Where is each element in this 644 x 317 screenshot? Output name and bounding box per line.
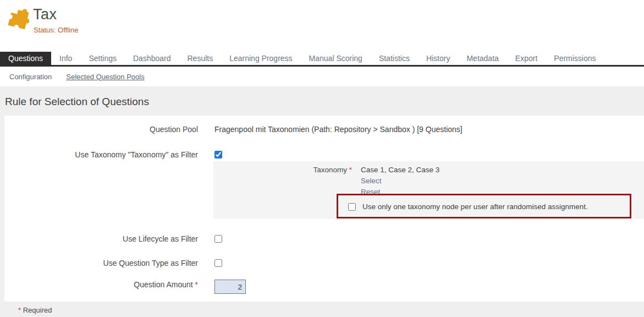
taxonomy-selected-nodes: Case 1, Case 2, Case 3: [361, 165, 439, 176]
tab-results[interactable]: Results: [179, 52, 222, 65]
taxonomy-subpanel: Taxonomy * Case 1, Case 2, Case 3 Select…: [213, 161, 644, 219]
taxonomy-select-link[interactable]: Select: [361, 176, 439, 187]
required-asterisk: *: [349, 166, 352, 174]
tab-permissions[interactable]: Permissions: [546, 52, 604, 65]
question-amount-row: Question Amount *: [4, 280, 644, 294]
taxonomy-reset-link[interactable]: Reset: [361, 187, 439, 198]
tab-info[interactable]: Info: [51, 52, 80, 65]
tab-bar: Questions Info Settings Dashboard Result…: [0, 52, 644, 67]
object-header: Tax Status: Offline: [0, 0, 644, 52]
taxonomy-label: Taxonomy *: [213, 165, 352, 176]
tab-metadata[interactable]: Metadata: [458, 52, 507, 65]
single-node-option-row: Use only one taxonomy node per user afte…: [348, 201, 644, 212]
form-panel: Question Pool Fragenpool mit Taxonomien …: [4, 116, 644, 302]
puzzle-icon: [7, 7, 31, 31]
taxonomy-filter-checkbox[interactable]: [214, 151, 222, 158]
question-type-filter-checkbox[interactable]: [214, 259, 222, 267]
required-asterisk: *: [18, 306, 21, 314]
content-area: Rule for Selection of Questions Question…: [0, 86, 644, 317]
taxonomy-filter-label: Use Taxonomy "Taxonomy" as Filter: [4, 150, 198, 160]
question-type-filter-label: Use Question Type as Filter: [4, 258, 198, 269]
form-title: Rule for Selection of Questions: [0, 86, 644, 116]
tab-learning-progress[interactable]: Learning Progress: [221, 52, 300, 65]
tab-export[interactable]: Export: [507, 52, 546, 65]
lifecycle-filter-row: Use Lifecycle as Filter: [4, 234, 644, 245]
required-note: * Required: [0, 302, 644, 314]
single-node-option-label: Use only one taxonomy node per user afte…: [362, 201, 588, 212]
single-node-checkbox[interactable]: [348, 203, 356, 211]
taxonomy-filter-row: Use Taxonomy "Taxonomy" as Filter: [4, 150, 644, 161]
question-pool-value: Fragenpool mit Taxonomien (Path: Reposit…: [214, 124, 463, 135]
tab-questions[interactable]: Questions: [0, 52, 51, 65]
subtab-selected-question-pools[interactable]: Selected Question Pools: [66, 73, 144, 81]
subtab-bar: Configuration Selected Question Pools: [0, 67, 644, 86]
lifecycle-filter-label: Use Lifecycle as Filter: [4, 234, 198, 244]
question-type-filter-row: Use Question Type as Filter: [4, 258, 644, 270]
question-amount-label: Question Amount *: [4, 280, 198, 290]
tab-settings[interactable]: Settings: [80, 52, 125, 65]
tab-statistics[interactable]: Statistics: [371, 52, 418, 65]
status-badge: Status: Offline: [34, 26, 78, 34]
lifecycle-filter-checkbox[interactable]: [214, 235, 222, 243]
tab-history[interactable]: History: [418, 52, 459, 65]
tab-dashboard[interactable]: Dashboard: [125, 52, 179, 65]
tab-manual-scoring[interactable]: Manual Scoring: [301, 52, 371, 65]
page-title: Tax: [33, 6, 57, 23]
required-asterisk: *: [195, 280, 198, 289]
question-pool-label: Question Pool: [4, 124, 198, 135]
question-amount-input[interactable]: [214, 280, 246, 294]
subtab-configuration[interactable]: Configuration: [9, 73, 52, 81]
question-pool-row: Question Pool Fragenpool mit Taxonomien …: [4, 124, 644, 135]
